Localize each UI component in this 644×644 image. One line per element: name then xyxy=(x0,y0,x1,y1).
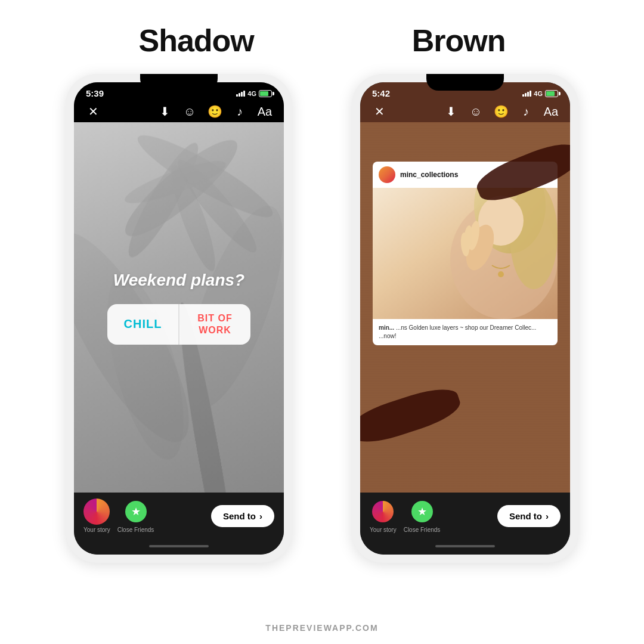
shadow-signal xyxy=(236,91,245,97)
shadow-phone-inner: 5:39 4G ✕ xyxy=(74,82,284,555)
brown-your-story-icon[interactable] xyxy=(370,499,396,525)
brown-phone-inner: 5:42 4G ✕ xyxy=(360,82,570,555)
brown-download-icon[interactable]: ⬇ xyxy=(442,104,459,119)
brown-title: Brown xyxy=(412,23,506,58)
shadow-title: Shadow xyxy=(138,23,253,58)
shadow-phone-shell: 5:39 4G ✕ xyxy=(66,74,292,563)
star-icon: ★ xyxy=(131,505,141,518)
page-container: Shadow Brown 5:39 xyxy=(0,0,644,644)
shadow-status-right: 4G xyxy=(236,90,272,97)
brown-send-chevron-icon: › xyxy=(546,511,549,521)
shadow-toolbar-right: ⬇ ☺ 🙂 ♪ Aa xyxy=(156,104,273,119)
shadow-notch xyxy=(140,82,218,91)
shadow-close-icon[interactable]: ✕ xyxy=(85,104,101,119)
brown-toolbar: ✕ ⬇ ☺ 🙂 ♪ Aa xyxy=(360,101,570,122)
brown-bottom-bar: Your story ★ Close Friends Send to › xyxy=(360,493,570,541)
brown-emoji-icon[interactable]: ☺ xyxy=(467,105,484,119)
close-friends-label: Close Friends xyxy=(117,527,154,533)
brown-phone-shell: 5:42 4G ✕ xyxy=(352,74,578,563)
shadow-story-content: Weekend plans? CHILL BIT OF WORK xyxy=(74,122,284,493)
insta-username: minc_collections xyxy=(400,171,458,179)
brown-close-friends[interactable]: ★ Close Friends xyxy=(404,499,441,533)
shadow-emoji-icon[interactable]: ☺ xyxy=(181,105,198,119)
title-row: Shadow Brown xyxy=(0,0,644,68)
brown-close-friends-label: Close Friends xyxy=(404,527,441,533)
poll-widget[interactable]: CHILL BIT OF WORK xyxy=(107,304,250,345)
shadow-battery xyxy=(259,90,272,97)
brown-send-to-button[interactable]: Send to › xyxy=(497,505,561,527)
svg-point-19 xyxy=(498,271,504,277)
your-story-icon[interactable] xyxy=(83,499,110,525)
brown-status-right: 4G xyxy=(522,90,558,97)
shadow-sticker-icon[interactable]: 🙂 xyxy=(206,104,223,119)
insta-card-image xyxy=(373,188,558,319)
footer: THEPREVIEWAPP.COM xyxy=(265,617,378,644)
footer-text: THEPREVIEWAPP.COM xyxy=(265,623,378,633)
brown-your-story[interactable]: Your story xyxy=(370,499,397,533)
poll-option-work[interactable]: BIT OF WORK xyxy=(179,304,250,345)
brown-notch xyxy=(426,82,504,91)
brown-star-icon: ★ xyxy=(417,505,427,518)
shadow-music-icon[interactable]: ♪ xyxy=(231,105,248,119)
brown-sticker-icon[interactable]: 🙂 xyxy=(493,104,509,119)
shadow-home-indicator xyxy=(149,545,209,547)
phones-row: 5:39 4G ✕ xyxy=(0,68,644,617)
poll-option-chill[interactable]: CHILL xyxy=(107,304,178,345)
brown-story-bg: minc_collections xyxy=(360,122,570,493)
brown-signal xyxy=(522,91,531,97)
brown-your-story-label: Your story xyxy=(370,527,397,533)
insta-card-caption: min... ...ns Golden luxe layers ~ shop o… xyxy=(373,319,558,345)
shadow-your-story[interactable]: Your story xyxy=(83,499,110,533)
shadow-download-icon[interactable]: ⬇ xyxy=(156,104,173,119)
brown-text-icon[interactable]: Aa xyxy=(543,105,559,119)
shadow-bottom-bar: Your story ★ Close Friends Send to › xyxy=(74,493,284,541)
your-story-label: Your story xyxy=(83,527,110,533)
shadow-time: 5:39 xyxy=(86,88,104,98)
brown-battery xyxy=(545,90,558,97)
brown-close-friends-icon[interactable]: ★ xyxy=(409,499,435,525)
send-chevron-icon: › xyxy=(259,511,262,521)
shadow-close-friends[interactable]: ★ Close Friends xyxy=(117,499,154,533)
close-friends-icon[interactable]: ★ xyxy=(123,499,149,525)
insta-avatar xyxy=(379,166,395,183)
brown-story-content: minc_collections xyxy=(360,122,570,493)
brown-time: 5:42 xyxy=(372,88,390,98)
brown-home-indicator xyxy=(435,545,495,547)
brown-network: 4G xyxy=(534,90,543,97)
brown-music-icon[interactable]: ♪ xyxy=(518,105,534,119)
shadow-toolbar: ✕ ⬇ ☺ 🙂 ♪ Aa xyxy=(74,101,284,122)
shadow-network: 4G xyxy=(247,90,256,97)
brown-close-icon[interactable]: ✕ xyxy=(371,104,388,119)
shadow-story-bg: Weekend plans? CHILL BIT OF WORK xyxy=(74,122,284,493)
shadow-text-icon[interactable]: Aa xyxy=(256,105,273,119)
shadow-send-to-button[interactable]: Send to › xyxy=(211,505,274,527)
weekend-question-text: Weekend plans? xyxy=(113,271,244,290)
brown-toolbar-right: ⬇ ☺ 🙂 ♪ Aa xyxy=(442,104,559,119)
